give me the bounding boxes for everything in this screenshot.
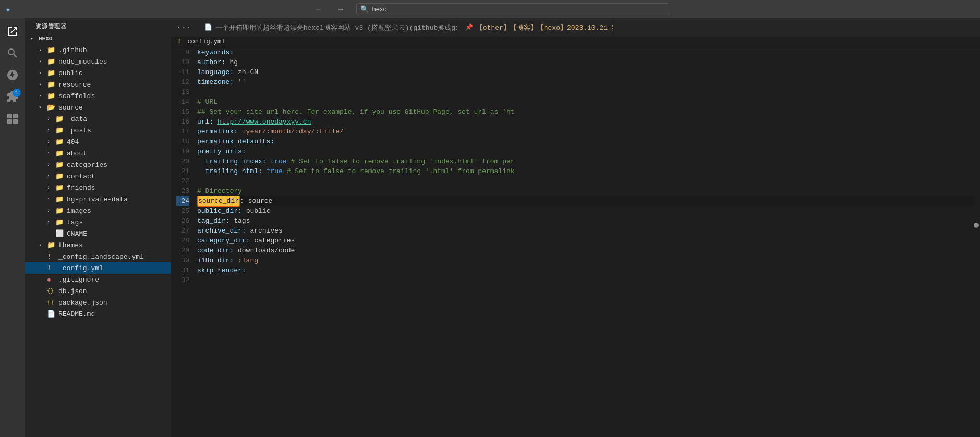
tab-md[interactable]: 📄 一个开箱即用的超丝滑超漂亮hexol博客网站-v3-(搭配坚果云)(gith… [197, 18, 457, 37]
data-arrow: › [47, 116, 55, 122]
data-label: _data [67, 115, 87, 123]
tags-label: tags [67, 218, 83, 226]
404-label: 404 [67, 138, 79, 146]
code-line-23: # Directory [197, 186, 975, 196]
cname-label: CNAME [67, 230, 87, 238]
sidebar-item-cname[interactable]: › ⬜ CNAME [25, 228, 171, 239]
db-json-label: db.json [58, 287, 87, 295]
activity-remote[interactable] [2, 108, 23, 129]
sidebar-item-contact[interactable]: › 📁 contact [25, 171, 171, 182]
config-landscape-label: _config.landscape.yml [58, 253, 144, 261]
scrollbar-indicator [974, 223, 979, 228]
config-yml-label: _config.yml [58, 264, 103, 272]
gitignore-label: .gitignore [58, 276, 99, 284]
themes-label: themes [58, 241, 83, 249]
code-line-27: archive_dir: archives [197, 226, 975, 236]
code-line-9: keywords: [197, 47, 975, 57]
friends-label: friends [67, 184, 95, 192]
categories-arrow: › [47, 162, 55, 168]
search-input[interactable] [356, 3, 669, 15]
code-line-31: skip_render: [197, 265, 975, 275]
tab-other[interactable]: 📌 【other】【博客】【hexo】2023.10.21-实战：打造一 [457, 18, 614, 37]
tab-md-icon: 📄 [204, 23, 212, 31]
code-line-19: pretty_urls: [197, 147, 975, 156]
resource-arrow: › [39, 82, 47, 88]
sidebar-item-package-json[interactable]: › {} package.json [25, 297, 171, 308]
tree-root-hexo[interactable]: ▾ HEXO [25, 33, 171, 44]
app-logo: ✦ [5, 4, 11, 15]
themes-arrow: › [39, 242, 47, 248]
hg-arrow: › [47, 197, 55, 202]
source-arrow: ▾ [39, 104, 47, 111]
sidebar-item-about[interactable]: › 📁 about [25, 148, 171, 159]
sidebar-item-github[interactable]: › 📁 .github [25, 44, 171, 56]
code-line-32 [197, 275, 975, 285]
tab-md-label: 一个开箱即用的超丝滑超漂亮hexol博客网站-v3-(搭配坚果云)(github… [215, 23, 457, 32]
sidebar-item-readme[interactable]: › 📄 README.md [25, 308, 171, 320]
sidebar-item-tags[interactable]: › 📁 tags [25, 216, 171, 228]
editor-lines[interactable]: 9 10 11 12 13 14 15 16 17 18 19 20 21 22… [171, 47, 980, 437]
root-label: HEXO [39, 35, 52, 42]
sidebar-item-images[interactable]: › 📁 images [25, 205, 171, 216]
sidebar-content[interactable]: ▾ HEXO › 📁 .github › 📁 node_modules › 📁 … [25, 33, 171, 437]
sidebar-item-data[interactable]: › 📁 _data [25, 113, 171, 125]
sidebar-item-public[interactable]: › 📁 public [25, 67, 171, 79]
forward-button[interactable]: → [334, 3, 348, 16]
sidebar-item-source[interactable]: ▾ 📂 source [25, 102, 171, 113]
folder-icon: 📁 [55, 161, 65, 169]
sidebar-item-categories[interactable]: › 📁 categories [25, 159, 171, 171]
sidebar-item-posts[interactable]: › 📁 _posts [25, 125, 171, 136]
images-arrow: › [47, 208, 55, 214]
contact-arrow: › [47, 174, 55, 179]
code-line-24: source_dir: source [197, 196, 975, 206]
code-line-29: code_dir: downloads/code [197, 246, 975, 256]
404-arrow: › [47, 139, 55, 145]
yaml-active-icon: ! [47, 264, 56, 272]
sidebar-item-themes[interactable]: › 📁 themes [25, 239, 171, 251]
sidebar-item-resource[interactable]: › 📁 resource [25, 79, 171, 90]
main-layout: 1 资源管理器 ▾ HEXO › 📁 .github › 📁 node_mo [0, 18, 980, 437]
images-label: images [67, 207, 91, 215]
tab-more-button[interactable]: ··· [171, 18, 197, 37]
code-line-10: author: hg [197, 57, 975, 67]
search-icon: 🔍 [360, 5, 369, 14]
editor-area: ··· 📄 一个开箱即用的超丝滑超漂亮hexol博客网站-v3-(搭配坚果云)(… [171, 18, 980, 437]
svg-rect-3 [13, 119, 18, 124]
activity-explorer[interactable] [2, 21, 23, 42]
folder-icon: 📁 [55, 149, 65, 157]
sidebar-item-db-json[interactable]: › {} db.json [25, 285, 171, 297]
sidebar-item-friends[interactable]: › 📁 friends [25, 182, 171, 193]
code-line-20: trailing_index: true # Set to false to r… [197, 156, 975, 166]
sidebar-item-404[interactable]: › 📁 404 [25, 136, 171, 148]
breadcrumb-filename: _config.yml [184, 38, 225, 45]
sidebar-item-config-yml[interactable]: › ! _config.yml [25, 262, 171, 274]
code-content[interactable]: keywords: author: hg language: zh-CN tim… [195, 47, 975, 437]
svg-rect-0 [7, 114, 12, 118]
activity-extensions[interactable]: 1 [2, 87, 23, 107]
activity-search[interactable] [2, 43, 23, 64]
back-button[interactable]: ← [311, 3, 326, 16]
tab-other-label: 【other】【博客】【hexo】2023.10.21-实战：打造一 [476, 23, 614, 32]
sidebar-item-node-modules[interactable]: › 📁 node_modules [25, 56, 171, 67]
resource-label: resource [58, 81, 91, 89]
public-arrow: › [39, 70, 47, 76]
file-icon: ⬜ [55, 229, 65, 238]
code-line-26: tag_dir: tags [197, 216, 975, 226]
folder-icon: 📁 [47, 69, 56, 77]
categories-label: categories [67, 161, 107, 169]
activity-git[interactable] [2, 65, 23, 86]
github-arrow: › [39, 47, 47, 53]
sidebar-item-hg-private[interactable]: › 📁 hg-private-data [25, 193, 171, 205]
extensions-badge: 1 [13, 89, 21, 97]
sidebar-item-config-landscape[interactable]: › ! _config.landscape.yml [25, 251, 171, 262]
folder-icon: 📁 [47, 92, 56, 100]
code-line-12: timezone: '' [197, 77, 975, 87]
minimap[interactable] [975, 47, 980, 437]
node-modules-label: node_modules [58, 58, 107, 66]
json-icon: {} [47, 288, 56, 294]
sidebar-item-gitignore[interactable]: › ◆ .gitignore [25, 274, 171, 285]
folder-icon: 📁 [47, 80, 56, 89]
code-line-17: permalink: :year/:month/:day/:title/ [197, 127, 975, 137]
code-line-22 [197, 176, 975, 186]
sidebar-item-scaffolds[interactable]: › 📁 scaffolds [25, 90, 171, 102]
